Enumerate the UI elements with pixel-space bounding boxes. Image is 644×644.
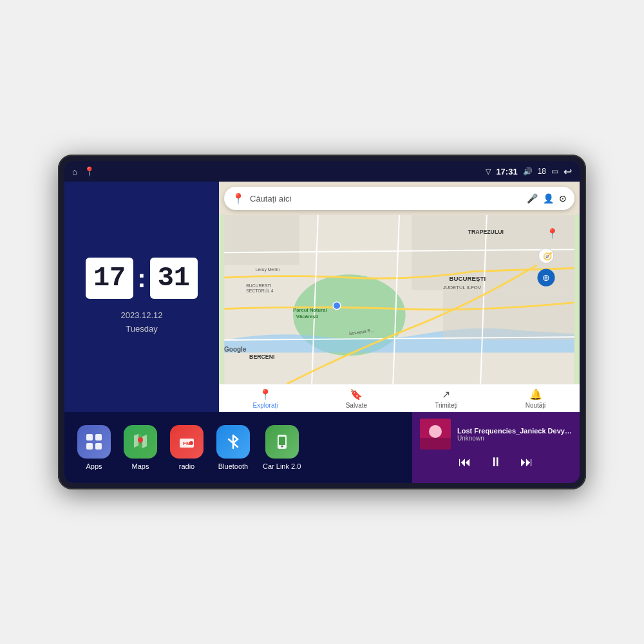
map-body: TRAPEZULUI BUCUREȘTI JUDEȚUL ILFOV BERCE… (219, 215, 580, 384)
svg-text:BERCENI: BERCENI (249, 354, 274, 360)
svg-text:JUDEȚUL ILFOV: JUDEȚUL ILFOV (443, 285, 482, 290)
svg-text:BUCUREȘTI: BUCUREȘTI (246, 283, 271, 289)
map-search-text[interactable]: Căutați aici (250, 194, 522, 204)
app-icon-bluetooth[interactable]: Bluetooth (216, 425, 250, 470)
svg-rect-4 (443, 290, 574, 340)
music-title: Lost Frequencies_Janieck Devy-... (457, 427, 572, 435)
battery-icon: ▭ (551, 167, 558, 176)
news-label: Noutăți (526, 402, 546, 409)
bluetooth-label: Bluetooth (218, 462, 248, 470)
svg-rect-24 (95, 443, 102, 450)
car-display-device: ⌂ 📍 ▽ 17:31 🔊 18 ▭ ↩ 17 : 31 (58, 155, 586, 489)
app-icons-section: Apps Maps (64, 412, 412, 483)
maps-label: Maps (132, 462, 149, 470)
carlink-label: Car Link 2.0 (263, 462, 301, 470)
svg-rect-23 (86, 443, 93, 450)
maps-icon (124, 425, 157, 459)
avatar-icon[interactable]: 👤 (543, 193, 554, 204)
music-info: Lost Frequencies_Janieck Devy-... Unknow… (420, 419, 572, 450)
map-nav-saved[interactable]: 🔖 Salvate (346, 388, 367, 409)
carlink-icon (265, 425, 299, 459)
app-icon-maps[interactable]: Maps (124, 425, 157, 470)
music-text: Lost Frequencies_Janieck Devy-... Unknow… (457, 427, 572, 442)
svg-text:Parcul Natural: Parcul Natural (293, 307, 327, 313)
prev-button[interactable]: ⏮ (459, 455, 471, 469)
app-icon-carlink[interactable]: Car Link 2.0 (263, 425, 301, 470)
map-nav-explore[interactable]: 📍 Explorați (253, 388, 278, 409)
time-display: 17:31 (496, 167, 517, 176)
send-icon: ↗ (442, 388, 450, 401)
svg-text:📍: 📍 (546, 227, 559, 240)
svg-point-31 (189, 441, 193, 445)
map-svg: TRAPEZULUI BUCUREȘTI JUDEȚUL ILFOV BERCE… (219, 215, 580, 384)
album-art (420, 419, 451, 450)
saved-label: Salvate (346, 402, 367, 409)
music-artist: Unknown (457, 435, 572, 442)
svg-point-15 (333, 302, 341, 310)
battery-level: 18 (538, 167, 546, 176)
svg-point-34 (281, 446, 283, 448)
news-icon: 🔔 (529, 388, 542, 401)
svg-text:Văcărești: Văcărești (296, 314, 318, 319)
map-bottom-bar: 📍 Explorați 🔖 Salvate ↗ Trimiteți 🔔 (219, 384, 580, 412)
svg-rect-21 (86, 434, 93, 440)
radio-icon: FM (170, 425, 204, 459)
clock-minute: 31 (150, 258, 198, 299)
status-right: ▽ 17:31 🔊 18 ▭ ↩ (486, 166, 572, 178)
next-button[interactable]: ⏭ (520, 455, 533, 469)
voice-search-icon[interactable]: 🎤 (527, 193, 538, 204)
main-content: 17 : 31 2023.12.12 Tuesday 📍 Căutați aic… (64, 182, 580, 483)
svg-text:Leroy Merlin: Leroy Merlin (256, 267, 280, 272)
svg-text:TRAPEZULUI: TRAPEZULUI (468, 229, 504, 235)
svg-rect-2 (224, 215, 299, 265)
svg-rect-22 (95, 434, 102, 440)
map-widget[interactable]: 📍 Căutați aici 🎤 👤 ⊙ (219, 182, 580, 412)
music-player: Lost Frequencies_Janieck Devy-... Unknow… (412, 412, 580, 483)
explore-icon: 📍 (259, 388, 272, 401)
status-bar: ⌂ 📍 ▽ 17:31 🔊 18 ▭ ↩ (64, 161, 580, 182)
apps-label: Apps (86, 462, 102, 470)
volume-icon: 🔊 (523, 167, 533, 176)
bottom-section: Apps Maps (64, 412, 580, 483)
saved-icon: 🔖 (350, 388, 363, 401)
status-left: ⌂ 📍 (72, 166, 95, 176)
layers-icon[interactable]: ⊙ (559, 193, 567, 204)
back-icon[interactable]: ↩ (564, 166, 572, 178)
bluetooth-icon (216, 425, 250, 459)
map-nav-send[interactable]: ↗ Trimiteți (435, 388, 457, 409)
location-pin-icon[interactable]: 📍 (84, 166, 95, 176)
device-screen: ⌂ 📍 ▽ 17:31 🔊 18 ▭ ↩ 17 : 31 (64, 161, 580, 483)
app-icon-apps[interactable]: Apps (77, 425, 111, 470)
clock-display: 17 : 31 (86, 258, 198, 299)
svg-text:BUCUREȘTI: BUCUREȘTI (450, 275, 486, 282)
play-pause-button[interactable]: ⏸ (489, 455, 502, 469)
svg-text:SECTORUL 4: SECTORUL 4 (246, 289, 273, 293)
music-controls: ⏮ ⏸ ⏭ (420, 455, 572, 469)
clock-hour: 17 (86, 258, 133, 299)
clock-colon: : (137, 265, 146, 291)
clock-widget: 17 : 31 2023.12.12 Tuesday (64, 182, 219, 412)
svg-text:⊕: ⊕ (542, 273, 550, 283)
app-icon-radio[interactable]: FM radio (170, 425, 204, 470)
apps-icon (77, 425, 111, 459)
maps-logo-icon: 📍 (232, 193, 245, 205)
clock-date: 2023.12.12 Tuesday (120, 309, 162, 336)
signal-icon: ▽ (486, 167, 491, 176)
map-search-bar[interactable]: 📍 Căutați aici 🎤 👤 ⊙ (224, 187, 574, 210)
explore-label: Explorați (253, 402, 278, 409)
radio-label: radio (179, 462, 194, 470)
home-icon[interactable]: ⌂ (72, 167, 77, 176)
google-logo: Google (224, 346, 246, 353)
send-label: Trimiteți (435, 402, 457, 409)
album-image (420, 419, 451, 450)
svg-text:🧭: 🧭 (543, 252, 553, 261)
top-section: 17 : 31 2023.12.12 Tuesday 📍 Căutați aic… (64, 182, 580, 412)
svg-rect-33 (279, 437, 285, 445)
map-nav-news[interactable]: 🔔 Noutăți (526, 388, 546, 409)
